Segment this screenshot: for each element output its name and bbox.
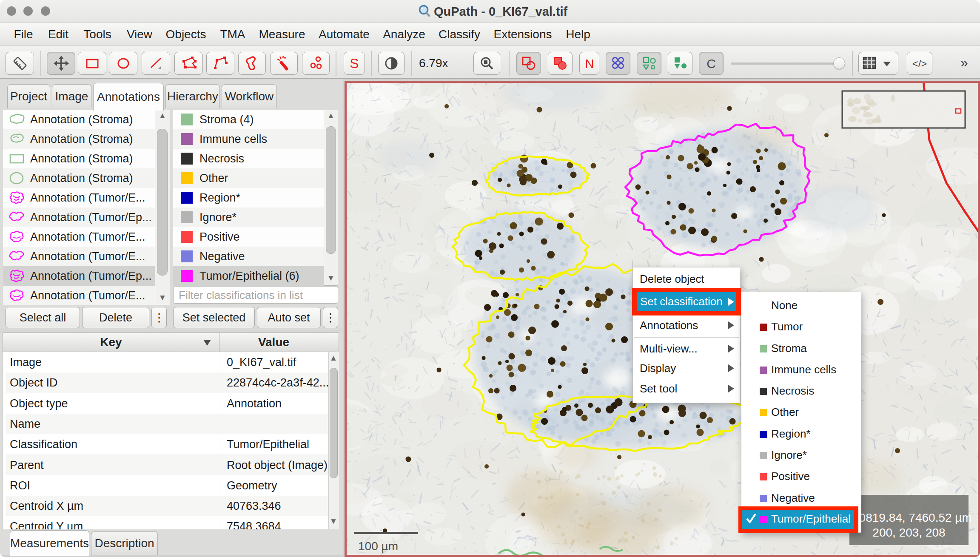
svg-text:N: N (585, 57, 594, 71)
svg-text:S: S (350, 56, 359, 71)
svg-text:</>: </> (912, 58, 927, 69)
svg-text:C: C (707, 57, 716, 71)
